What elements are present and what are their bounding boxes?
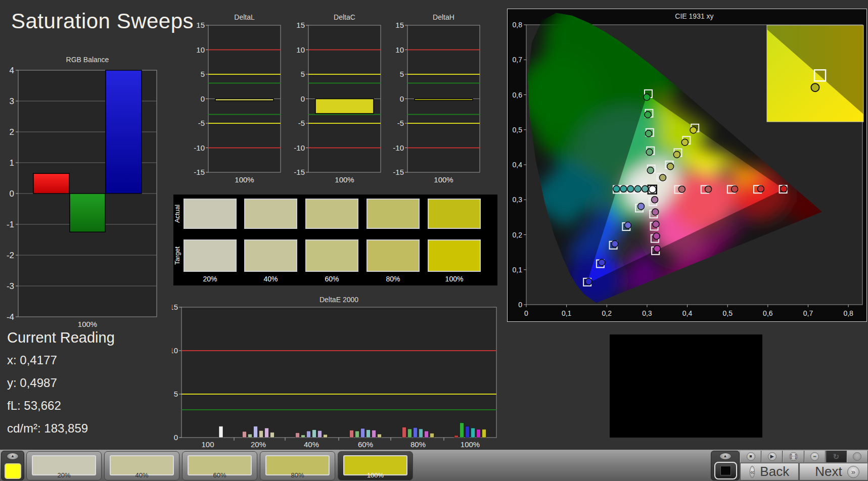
chart-title: DeltaL	[208, 13, 281, 21]
tick-label: 5	[174, 390, 178, 398]
chart-title: DeltaC	[308, 13, 381, 21]
swatch-cell	[428, 240, 480, 271]
tick-label: 15	[296, 21, 305, 29]
pattern-up-button[interactable]: ▲	[719, 453, 732, 460]
cie-zoom-inset	[767, 25, 863, 122]
deltae-bar	[466, 426, 470, 438]
saturation-patch-80[interactable]: 80%	[260, 451, 335, 480]
tick-label: -15	[294, 168, 305, 176]
measured-point	[646, 130, 652, 137]
deltae-bar	[378, 434, 382, 438]
sample-up-button[interactable]: ▲	[7, 453, 19, 460]
white-point	[649, 185, 656, 193]
blank-icon	[853, 452, 861, 461]
tick-label: -3	[7, 281, 14, 291]
tick-label: 0,6	[513, 91, 523, 99]
deltae-bar	[414, 427, 418, 438]
swatch-cell	[245, 240, 297, 271]
patch-label: 60%	[182, 471, 257, 479]
next-label: Next	[803, 464, 847, 479]
swatch-table: ActualTarget20%40%60%80%100%	[173, 195, 497, 285]
saturation-patch-60[interactable]: 60%	[182, 451, 257, 480]
transport-controls: ■▶[··]∞↻	[740, 451, 868, 462]
measured-point	[690, 127, 697, 133]
deltae-bar	[425, 431, 429, 438]
tick-label: 10	[196, 45, 205, 54]
tick-label: 40%	[263, 275, 278, 283]
cie-1931-plot: 00,10,20,30,40,50,60,70,800,10,20,30,40,…	[508, 9, 866, 321]
patch-label: 20%	[27, 471, 101, 479]
deltae-bar	[243, 431, 247, 438]
saturation-patch-20[interactable]: 20%	[26, 451, 102, 480]
green-bar	[70, 194, 105, 232]
stop-button[interactable]: ■	[740, 451, 761, 462]
deltae-bar	[454, 436, 459, 438]
tick-label: 0	[518, 301, 522, 309]
tick-label: 80%	[410, 440, 426, 448]
red-bar	[33, 173, 69, 194]
refresh-button[interactable]: ↻	[826, 451, 847, 462]
tick-label: -5	[397, 119, 404, 127]
sample-panel: ▲	[1, 451, 24, 480]
play-icon: ▶	[768, 452, 776, 461]
back-button[interactable]: « Back	[740, 463, 799, 480]
tick-label: 15	[196, 21, 205, 29]
blank-button[interactable]	[847, 451, 868, 462]
next-chevron-icon: »	[847, 466, 859, 478]
tick-label: -5	[198, 119, 205, 127]
swatch-cell	[306, 199, 358, 228]
tick-label: 0	[524, 309, 528, 317]
swatch-grid: ActualTarget20%40%60%80%100%	[173, 195, 497, 285]
tick-label: 100%	[461, 440, 480, 448]
tick-label: 15	[172, 303, 178, 311]
tick-label: -10	[393, 143, 404, 152]
pattern-window-button[interactable]	[714, 462, 737, 479]
refresh-icon: ↻	[832, 452, 840, 461]
deltae-bar	[372, 430, 376, 438]
blue-bar	[106, 70, 142, 194]
deltae-bar	[367, 430, 371, 438]
tick-label: 80%	[386, 275, 400, 283]
play-button[interactable]: ▶	[761, 451, 783, 462]
loop-infinity-icon: ∞	[810, 452, 819, 461]
swatch-cell	[428, 199, 480, 228]
tick-label: -5	[298, 119, 305, 127]
deltae-bar	[219, 426, 223, 438]
saturation-patch-100[interactable]: 100%	[338, 451, 413, 480]
reading-fl: fL: 53,662	[7, 399, 174, 413]
frame-dots-icon: [··]	[789, 452, 798, 461]
tick-label: -15	[393, 168, 404, 176]
tick-label: 0,3	[642, 309, 652, 317]
saturation-patch-40[interactable]: 40%	[104, 451, 179, 480]
deltae-bar	[318, 430, 322, 438]
tick-label: 0,4	[682, 309, 693, 317]
deltae-bar	[471, 428, 475, 438]
swatch-cell	[184, 199, 236, 228]
chart-title: RGB Balance	[18, 56, 157, 64]
tick-label: 5	[400, 70, 404, 78]
deltac-plot: 151050-5-10-15100%	[290, 13, 384, 187]
tick-label: 0,1	[513, 266, 523, 274]
tick-label: 100%	[445, 275, 464, 283]
deltae-bar	[355, 431, 359, 438]
deltae-bar	[430, 433, 434, 438]
swatch-cell	[245, 199, 297, 228]
tick-label: 100%	[335, 175, 354, 184]
tick-label: 0,3	[513, 196, 523, 204]
current-sample-swatch	[5, 463, 21, 479]
deltae-bar	[419, 429, 423, 438]
deltae-bar	[408, 429, 412, 438]
current-reading-title: Current Reading	[7, 329, 174, 346]
chart-title: CIE 1931 xy	[526, 12, 862, 20]
tick-label: 3	[10, 97, 14, 106]
frame-dots-button[interactable]: [··]	[783, 451, 804, 462]
measured-point	[732, 186, 738, 193]
next-button[interactable]: Next »	[799, 463, 868, 480]
tick-label: 15	[395, 21, 404, 29]
bottom-toolbar: ▲ 20% 40% 60% 80% 100% ▲ ■▶	[0, 449, 868, 481]
loop-infinity-button[interactable]: ∞	[804, 451, 826, 462]
measured-point	[673, 151, 680, 158]
deltae-bar	[265, 428, 269, 438]
tick-label: 0	[10, 189, 14, 199]
tick-label: 0,8	[513, 21, 523, 29]
